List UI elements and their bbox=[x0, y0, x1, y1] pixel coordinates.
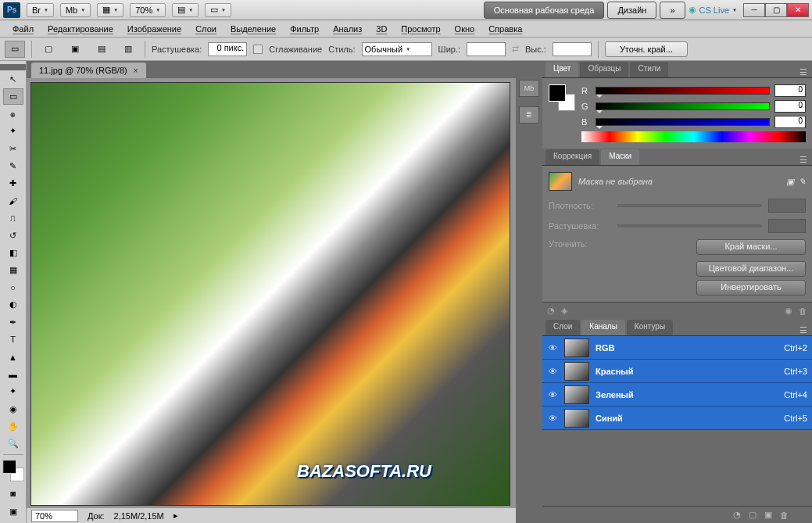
blur-tool[interactable]: ○ bbox=[3, 279, 23, 296]
feather-input[interactable]: 0 пикс. bbox=[208, 42, 247, 56]
menu-help[interactable]: Справка bbox=[482, 22, 528, 36]
intersect-selection-icon[interactable]: ▥ bbox=[118, 41, 138, 58]
menu-select[interactable]: Выделение bbox=[224, 22, 282, 36]
vector-mask-icon[interactable]: ✎ bbox=[799, 177, 806, 187]
path-select-tool[interactable]: ▲ bbox=[3, 349, 23, 365]
hand-tool[interactable]: ✋ bbox=[3, 418, 23, 435]
extras-button[interactable]: ▭ bbox=[205, 3, 231, 17]
mask-feather-slider[interactable] bbox=[617, 224, 762, 227]
channel-row[interactable]: 👁RGBCtrl+2 bbox=[542, 336, 812, 360]
g-value[interactable]: 0 bbox=[774, 100, 806, 113]
3d-tool[interactable]: ✦ bbox=[3, 383, 23, 399]
type-tool[interactable]: T bbox=[3, 331, 23, 348]
refine-edge-button[interactable]: Уточн. край... bbox=[605, 41, 688, 57]
workspace-main-button[interactable]: Основная рабочая среда bbox=[484, 2, 605, 19]
stamp-tool[interactable]: ⎍ bbox=[3, 210, 23, 226]
minimize-button[interactable]: ─ bbox=[743, 3, 765, 17]
g-slider[interactable] bbox=[596, 102, 770, 110]
correction-tab[interactable]: Коррекция bbox=[546, 149, 599, 165]
pen-tool[interactable]: ✒ bbox=[3, 314, 23, 331]
zoom-field[interactable]: 70% bbox=[31, 510, 78, 522]
color-swatches[interactable] bbox=[2, 460, 23, 481]
layers-tab[interactable]: Слои bbox=[546, 320, 580, 335]
resize-corner[interactable] bbox=[796, 510, 807, 521]
zoom-level-dropdown[interactable]: 70% bbox=[130, 3, 166, 17]
invert-button[interactable]: Инвертировать bbox=[696, 280, 806, 296]
crop-tool[interactable]: ✂ bbox=[3, 140, 23, 156]
density-slider[interactable] bbox=[617, 204, 762, 207]
mask-edge-button[interactable]: Край маски... bbox=[696, 239, 806, 255]
menu-window[interactable]: Окно bbox=[449, 22, 481, 36]
swatches-tab[interactable]: Образцы bbox=[580, 62, 628, 77]
menu-image[interactable]: Изображение bbox=[121, 22, 188, 36]
wand-tool[interactable]: ✦ bbox=[3, 123, 23, 139]
current-tool-icon[interactable]: ▭ bbox=[5, 41, 25, 58]
menu-edit[interactable]: Редактирование bbox=[41, 22, 120, 36]
pixel-mask-icon[interactable]: ▣ bbox=[786, 177, 794, 187]
mask-load-icon[interactable]: ◔ bbox=[547, 306, 555, 316]
visibility-icon[interactable]: 👁 bbox=[547, 413, 558, 424]
move-tool[interactable]: ↖ bbox=[3, 71, 23, 88]
maximize-button[interactable]: ▢ bbox=[765, 3, 787, 17]
gradient-tool[interactable]: ▦ bbox=[3, 262, 23, 278]
minibridge-panel-icon[interactable]: Mb bbox=[519, 80, 539, 97]
subtract-selection-icon[interactable]: ▤ bbox=[91, 41, 112, 58]
menu-file[interactable]: Файл bbox=[6, 22, 40, 36]
close-button[interactable]: ✕ bbox=[787, 3, 809, 17]
color-panel-menu-icon[interactable]: ☰ bbox=[795, 67, 812, 77]
dodge-tool[interactable]: ◐ bbox=[3, 296, 23, 313]
eraser-tool[interactable]: ◧ bbox=[3, 245, 23, 261]
paths-tab[interactable]: Контуры bbox=[627, 320, 673, 335]
channels-tab[interactable]: Каналы bbox=[581, 320, 625, 335]
bridge-button[interactable]: Br bbox=[27, 3, 54, 17]
3d-camera-tool[interactable]: ◉ bbox=[3, 401, 23, 417]
channel-row[interactable]: 👁СинийCtrl+5 bbox=[542, 407, 812, 430]
b-slider[interactable] bbox=[596, 118, 770, 126]
color-tab[interactable]: Цвет bbox=[546, 62, 578, 77]
visibility-icon[interactable]: 👁 bbox=[547, 389, 558, 400]
mask-apply-icon[interactable]: ◈ bbox=[561, 306, 567, 316]
menu-filter[interactable]: Фильтр bbox=[284, 22, 325, 36]
menu-analysis[interactable]: Анализ bbox=[327, 22, 368, 36]
delete-channel-icon[interactable]: 🗑 bbox=[780, 510, 789, 520]
document-tab[interactable]: 11.jpg @ 70% (RGB/8) × bbox=[31, 63, 146, 78]
mask-feather-value[interactable] bbox=[768, 219, 806, 233]
screen-mode-button[interactable]: ▦ bbox=[97, 3, 123, 17]
heal-tool[interactable]: ✚ bbox=[3, 175, 23, 192]
r-value[interactable]: 0 bbox=[774, 84, 806, 97]
menu-view[interactable]: Просмотр bbox=[395, 22, 446, 36]
masks-panel-menu-icon[interactable]: ☰ bbox=[795, 155, 812, 165]
arrange-docs-button[interactable]: ▤ bbox=[172, 3, 199, 17]
brush-tool[interactable]: 🖌 bbox=[3, 192, 23, 209]
mask-disable-icon[interactable]: ◉ bbox=[785, 306, 792, 316]
workspace-design-button[interactable]: Дизайн bbox=[607, 2, 656, 19]
quickmask-tool[interactable]: ◙ bbox=[3, 485, 23, 502]
history-brush-tool[interactable]: ↺ bbox=[3, 227, 23, 244]
close-tab-icon[interactable]: × bbox=[134, 66, 138, 75]
panel-color-swatches[interactable] bbox=[549, 84, 575, 111]
visibility-icon[interactable]: 👁 bbox=[547, 366, 558, 377]
masks-tab[interactable]: Маски bbox=[601, 149, 639, 165]
channel-row[interactable]: 👁КрасныйCtrl+3 bbox=[542, 360, 812, 383]
new-selection-icon[interactable]: ▢ bbox=[38, 41, 59, 58]
history-panel-icon[interactable]: ≣ bbox=[519, 106, 539, 124]
antialias-checkbox[interactable] bbox=[253, 45, 263, 54]
screenmode-tool[interactable]: ▣ bbox=[3, 503, 23, 520]
marquee-tool[interactable]: ▭ bbox=[3, 88, 23, 105]
load-channel-icon[interactable]: ◔ bbox=[733, 510, 741, 520]
styles-tab[interactable]: Стили bbox=[630, 62, 668, 77]
channel-row[interactable]: 👁ЗеленыйCtrl+4 bbox=[542, 383, 812, 407]
b-value[interactable]: 0 bbox=[774, 116, 806, 128]
zoom-tool[interactable]: 🔍 bbox=[3, 435, 23, 452]
style-select[interactable]: Обычный bbox=[362, 42, 432, 56]
add-selection-icon[interactable]: ▣ bbox=[65, 41, 85, 58]
lasso-tool[interactable]: ⎈ bbox=[3, 106, 23, 122]
channels-panel-menu-icon[interactable]: ☰ bbox=[795, 325, 812, 335]
cslive-button[interactable]: CS Live bbox=[689, 5, 737, 15]
minibridge-button[interactable]: Mb bbox=[60, 3, 91, 17]
visibility-icon[interactable]: 👁 bbox=[547, 342, 558, 353]
menu-layer[interactable]: Слои bbox=[189, 22, 223, 36]
new-channel-icon[interactable]: ▣ bbox=[764, 510, 772, 520]
shape-tool[interactable]: ▬ bbox=[3, 366, 23, 382]
save-channel-icon[interactable]: ▢ bbox=[749, 510, 757, 520]
